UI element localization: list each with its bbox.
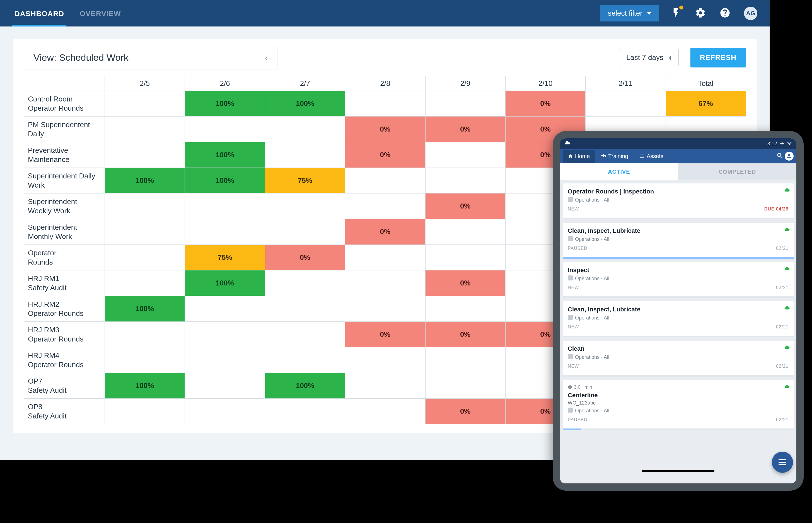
grid-cell: 100% (105, 373, 185, 399)
grid-cell (265, 322, 345, 347)
signal-icon: ✈ (780, 141, 784, 147)
task-title: Operator Rounds | Inspection (568, 188, 789, 195)
task-card[interactable]: CleanOperations - AllNEW02/21 (563, 341, 794, 377)
task-progress (563, 336, 794, 337)
tablet-nav-home-label: Home (575, 153, 590, 160)
segment-active[interactable]: ACTIVE (560, 163, 678, 180)
grid-cell (105, 142, 185, 168)
task-unit: Operations - All (568, 197, 789, 203)
grid-cell (265, 399, 345, 424)
notifications-icon[interactable] (670, 7, 682, 19)
grid-cell (585, 91, 666, 116)
task-due: 02/21 (776, 246, 789, 251)
grid-cell (425, 219, 505, 245)
grid-cell (105, 91, 185, 116)
column-header: Total (666, 76, 746, 91)
tablet-fab-menu[interactable] (772, 452, 793, 473)
grid-cell (345, 399, 425, 424)
list-icon (639, 154, 645, 159)
task-title: Centerline (568, 392, 789, 399)
task-unit: Operations - All (568, 236, 789, 242)
task-list[interactable]: Operator Rounds | InspectionOperations -… (560, 180, 796, 470)
top-bar: DASHBOARD OVERVIEW select filter AG (0, 0, 770, 26)
tablet-nav-assets[interactable]: Assets (634, 150, 668, 163)
grid-cell: 100% (105, 296, 185, 322)
task-card[interactable]: 3.0+ minCenterlineWO_123abcOperations - … (563, 380, 794, 430)
sync-cloud-icon (784, 266, 790, 273)
task-due: 02/21 (776, 325, 789, 329)
grid-cell (265, 219, 345, 245)
grid-cell (185, 219, 265, 245)
view-selector-label: View: Scheduled Work (34, 52, 129, 63)
tab-dashboard[interactable]: DASHBOARD (12, 0, 66, 26)
grid-cell: 0% (505, 91, 585, 116)
row-header: OP8Safety Audit (24, 399, 105, 424)
table-row: Control RoomOperator Rounds100%100%0%67% (24, 91, 746, 116)
grid-cell (185, 399, 265, 424)
grid-cell: 0% (345, 116, 425, 142)
settings-icon[interactable] (695, 7, 706, 19)
grid-cell: 0% (425, 270, 505, 296)
date-range-label: Last 7 days (626, 53, 663, 62)
help-icon[interactable] (719, 7, 730, 19)
row-header: HRJ RM2Operator Rounds (24, 296, 105, 322)
cloud-status-icon (564, 140, 570, 147)
grid-cell (185, 322, 265, 347)
tablet-nav-home[interactable]: Home (563, 150, 595, 163)
grid-cell (425, 373, 505, 399)
task-card[interactable]: InspectOperations - AllNEW02/21 (563, 262, 794, 298)
grid-cell (105, 399, 185, 424)
grid-cell (345, 270, 425, 296)
column-header-task (24, 76, 105, 91)
grid-cell (425, 296, 505, 322)
column-header: 2/8 (345, 76, 425, 91)
task-card[interactable]: Clean, Inspect, LubricateOperations - Al… (563, 223, 794, 259)
grid-cell: 0% (345, 142, 425, 168)
grid-cell: 0% (425, 194, 505, 219)
date-range-selector[interactable]: Last 7 days ▲▼ (620, 49, 679, 66)
segment-completed[interactable]: COMPLETED (678, 163, 796, 180)
grid-cell: 100% (105, 168, 185, 194)
tablet-segments: ACTIVE COMPLETED (560, 163, 796, 180)
tablet-search-icon[interactable] (776, 152, 783, 160)
row-header: Superintendent DailyWork (24, 168, 105, 194)
caret-down-icon (647, 12, 651, 15)
notification-badge (679, 5, 683, 10)
grid-cell (265, 116, 345, 142)
tablet-nav-training[interactable]: Training (596, 150, 633, 163)
chevron-left-icon: ‹ (265, 52, 267, 63)
grid-cell (265, 142, 345, 168)
task-due: 02/21 (776, 364, 789, 369)
grid-cell (425, 91, 505, 116)
unit-icon (568, 236, 573, 242)
task-progress (563, 296, 794, 298)
row-header: HRJ RM4Operator Rounds (24, 347, 105, 373)
grid-cell (345, 347, 425, 373)
graduation-icon (601, 154, 606, 159)
tablet-nav-assets-label: Assets (647, 153, 663, 160)
tablet-device: 3:12 ✈ Home Training Assets (553, 131, 804, 491)
task-status: PAUSED (568, 246, 588, 251)
grid-cell: 75% (265, 168, 345, 194)
task-card[interactable]: Clean, Inspect, LubricateOperations - Al… (563, 301, 794, 337)
topbar-actions: AG (670, 7, 757, 20)
refresh-button[interactable]: REFRESH (690, 48, 746, 68)
row-header: SuperintendentMonthly Work (24, 219, 105, 245)
tablet-user-avatar[interactable] (785, 152, 794, 161)
grid-cell (105, 245, 185, 270)
task-card[interactable]: Operator Rounds | InspectionOperations -… (563, 183, 794, 219)
sync-cloud-icon (784, 345, 790, 351)
filter-select[interactable]: select filter (600, 5, 659, 21)
task-title: Clean, Inspect, Lubricate (568, 227, 789, 234)
sync-cloud-icon (784, 384, 790, 391)
grid-cell (425, 142, 505, 168)
view-selector[interactable]: View: Scheduled Work ‹ (24, 46, 277, 69)
grid-cell: 100% (185, 91, 265, 116)
task-status: NEW (568, 364, 579, 369)
grid-cell (185, 194, 265, 219)
row-header: PreventativeMaintenance (24, 142, 105, 168)
tab-overview[interactable]: OVERVIEW (77, 0, 123, 26)
row-header: SuperintendentWeekly Work (24, 194, 105, 219)
row-header: HRJ RM1Safety Audit (24, 270, 105, 296)
user-avatar[interactable]: AG (744, 7, 757, 20)
